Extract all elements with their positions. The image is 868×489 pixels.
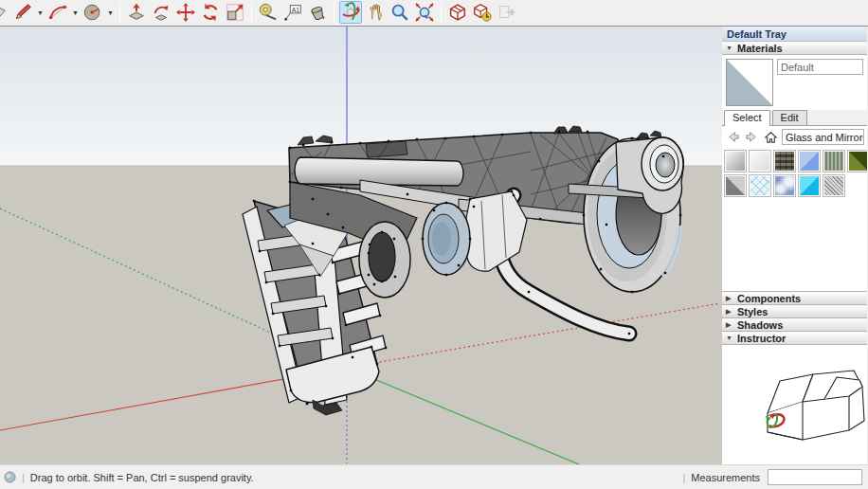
- arc-icon: [47, 2, 68, 23]
- pan-hand-icon: [365, 2, 386, 23]
- trigger-guard: [359, 222, 410, 298]
- line-tool-dropdown-arrow[interactable]: ▼: [35, 1, 45, 24]
- toolbar: ▼▼▼A1: [0, 0, 868, 27]
- move-icon: [175, 2, 196, 23]
- scale-button[interactable]: [224, 1, 246, 24]
- material-swatch-translucent-glass-dark-green[interactable]: [847, 150, 867, 172]
- eraser-button[interactable]: [0, 1, 9, 24]
- share-icon: [497, 2, 517, 23]
- scale-icon: [225, 2, 245, 23]
- material-swatch-sky-reflective-glass[interactable]: [773, 174, 796, 197]
- move-button[interactable]: [174, 1, 197, 24]
- material-swatch-translucent-glass-blue[interactable]: [798, 150, 821, 172]
- section-header-styles[interactable]: ▶ Styles: [722, 305, 867, 318]
- material-swatch-textured-glass-green[interactable]: [823, 150, 845, 172]
- orbit-button[interactable]: [339, 1, 362, 24]
- material-swatch-translucent-glass-white[interactable]: [749, 150, 771, 172]
- instructor-graphic: [722, 345, 867, 464]
- circle-tool-dropdown-arrow[interactable]: ▼: [105, 1, 116, 24]
- viewport-canvas[interactable]: [0, 27, 722, 464]
- extension-warehouse-icon: [472, 2, 493, 23]
- tape-measure-button[interactable]: [257, 1, 280, 24]
- material-swatch-translucent-glass-cyan[interactable]: [798, 174, 821, 197]
- arc-tool-dropdown-arrow[interactable]: ▼: [70, 1, 81, 24]
- measurements-input[interactable]: [768, 469, 862, 485]
- materials-collection-dropdown[interactable]: Glass and Mirrors: [782, 129, 864, 145]
- zoom-button[interactable]: [389, 1, 411, 24]
- section-header-instructor[interactable]: ▼ Instructor: [722, 332, 867, 345]
- text-label-icon: A1: [282, 2, 303, 23]
- tape-measure-icon: [258, 2, 279, 23]
- chevron-right-icon: ▶: [726, 292, 733, 305]
- geolocation-status-icon[interactable]: [4, 471, 16, 483]
- orbit-icon: [340, 2, 361, 23]
- material-swatch-speckled-glass[interactable]: [823, 174, 845, 197]
- measurements-label: Measurements: [691, 472, 760, 483]
- paint-bucket-icon: [307, 2, 328, 23]
- paint-bucket-button[interactable]: [306, 1, 329, 24]
- tray-title[interactable]: Default Tray: [722, 27, 867, 42]
- text-button[interactable]: A1: [281, 1, 304, 24]
- instructor-panel: [722, 345, 867, 464]
- cylinder-drum: [423, 203, 470, 275]
- chevron-down-icon: ▼: [726, 42, 733, 55]
- pencil-icon: [12, 2, 33, 23]
- material-swatch-frosted-lattice-glass[interactable]: [749, 174, 771, 197]
- materials-list-background: [722, 201, 867, 292]
- material-swatch-mirror[interactable]: [724, 150, 747, 172]
- share-model-button[interactable]: [496, 1, 518, 24]
- extension-warehouse-button[interactable]: [471, 1, 494, 24]
- toolbar-separator: [251, 2, 252, 23]
- default-tray-panel: Default Tray ▼ Materials Default Select …: [722, 27, 867, 464]
- status-bar: | Drag to orbit. Shift = Pan, Ctrl = sus…: [0, 464, 868, 489]
- back-icon[interactable]: [725, 129, 741, 145]
- forward-icon[interactable]: [744, 129, 760, 145]
- pistol-barrel: [295, 157, 463, 186]
- materials-swatch-grid: [722, 148, 867, 201]
- arc-tool-button[interactable]: [46, 1, 69, 24]
- chevron-right-icon: ▶: [726, 318, 733, 332]
- status-hint: Drag to orbit. Shift = Pan, Ctrl = suspe…: [30, 472, 678, 483]
- circle-icon: [82, 2, 103, 23]
- section-header-components[interactable]: ▶ Components: [722, 292, 867, 305]
- materials-panel: Default Select Edit Glass and Mirrors: [722, 55, 867, 201]
- circle-tool-button[interactable]: [81, 1, 104, 24]
- section-header-materials[interactable]: ▼ Materials: [722, 42, 867, 55]
- follow-me-button[interactable]: [150, 1, 172, 24]
- toolbar-separator: [119, 2, 120, 23]
- get-models-button[interactable]: [446, 1, 469, 24]
- toolbar-separator: [441, 2, 442, 23]
- home-icon[interactable]: [763, 129, 779, 145]
- tab-select[interactable]: Select: [724, 110, 770, 126]
- push-pull-button[interactable]: [125, 1, 148, 24]
- rotate-icon: [200, 2, 221, 23]
- follow-me-icon: [151, 2, 172, 23]
- materials-tabs: Select Edit: [722, 110, 867, 126]
- zoom-extents-icon: [414, 2, 435, 23]
- eraser-icon: [0, 2, 9, 23]
- warehouse-icon: [447, 2, 468, 23]
- line-tool-button[interactable]: [11, 1, 34, 24]
- svg-text:A1: A1: [292, 7, 300, 13]
- toolbar-separator: [334, 2, 335, 23]
- material-preview-swatch[interactable]: [726, 59, 773, 106]
- push-pull-icon: [126, 2, 147, 23]
- zoom-icon: [389, 2, 410, 23]
- tab-edit[interactable]: Edit: [772, 110, 807, 125]
- chevron-right-icon: ▶: [726, 305, 733, 318]
- zoom-extents-button[interactable]: [413, 1, 436, 24]
- chevron-down-icon: ▼: [726, 332, 733, 345]
- rotate-button[interactable]: [199, 1, 222, 24]
- material-swatch-translucent-glass-gray[interactable]: [724, 174, 747, 197]
- material-name-field[interactable]: Default: [777, 59, 863, 75]
- pan-button[interactable]: [364, 1, 387, 24]
- material-swatch-obscure-glass-tile[interactable]: [773, 150, 796, 172]
- section-header-shadows[interactable]: ▶ Shadows: [722, 318, 867, 332]
